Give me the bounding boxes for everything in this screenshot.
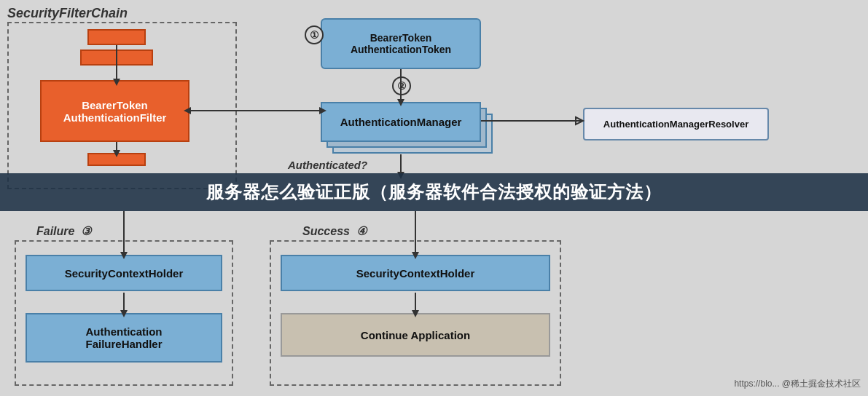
auth-manager-box: AuthenticationManager	[321, 102, 481, 142]
auth-resolver-box: AuthenticationManagerResolver	[583, 108, 769, 140]
orange-bar-top	[87, 29, 146, 45]
sec-ctx-holder-fail-text: SecurityContextHolder	[65, 267, 184, 280]
step-2-circle: ②	[392, 76, 411, 95]
failure-label: Failure ③	[36, 224, 91, 238]
sec-ctx-holder-succ-text: SecurityContextHolder	[356, 267, 475, 280]
step-1-circle: ①	[305, 25, 324, 44]
bearer-filter-text: BearerTokenAuthenticationFilter	[63, 99, 167, 124]
authenticated-label: Authenticated?	[288, 159, 367, 171]
continue-app-box: Continue Application	[281, 313, 550, 357]
bearer-token-text: BearerTokenAuthenticationToken	[351, 32, 451, 55]
diagram-area: SecurityFilterChain BearerTokenAuthentic…	[0, 0, 868, 211]
orange-bar-bottom	[87, 153, 146, 166]
continue-app-text: Continue Application	[361, 329, 470, 341]
bottom-area: Failure ③ SecurityContextHolder Authenti…	[0, 211, 868, 396]
banner-text: 服务器怎么验证正版（服务器软件合法授权的验证方法）	[206, 181, 662, 204]
sfc-title: SecurityFilterChain	[7, 6, 128, 21]
auth-manager-text: AuthenticationManager	[340, 116, 462, 128]
svg-marker-10	[576, 117, 583, 124]
auth-failure-handler-box: AuthenticationFailureHandler	[26, 313, 222, 363]
success-label: Success ④	[302, 224, 367, 238]
bearer-filter-box: BearerTokenAuthenticationFilter	[40, 80, 189, 142]
bearer-token-box: BearerTokenAuthenticationToken	[321, 18, 481, 69]
auth-failure-handler-text: AuthenticationFailureHandler	[85, 325, 162, 350]
orange-bar-mid	[80, 50, 153, 66]
auth-resolver-text: AuthenticationManagerResolver	[603, 119, 748, 130]
banner: 服务器怎么验证正版（服务器软件合法授权的验证方法）	[0, 173, 868, 211]
failure-section: Failure ③ SecurityContextHolder Authenti…	[7, 211, 241, 396]
security-ctx-holder-succ: SecurityContextHolder	[281, 255, 550, 291]
success-section: Success ④ SecurityContextHolder Continue…	[262, 211, 576, 396]
watermark: https://blo... @稀土掘金技术社区	[734, 378, 861, 390]
security-ctx-holder-fail: SecurityContextHolder	[26, 255, 222, 291]
